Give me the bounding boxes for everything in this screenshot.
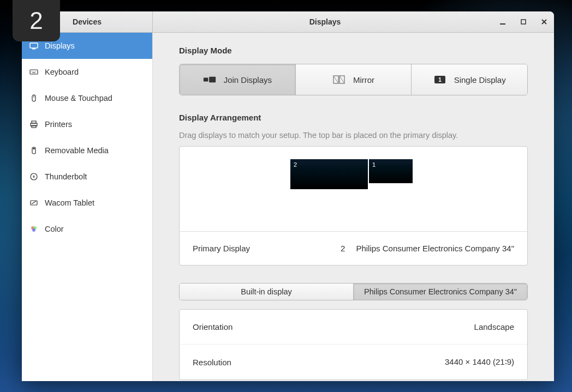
arrangement-title: Display Arrangement: [179, 113, 528, 122]
color-icon: [29, 225, 38, 233]
sidebar-item-label: Thunderbolt: [45, 172, 87, 181]
sidebar-item-removable-media[interactable]: Removable Media: [22, 137, 152, 164]
sidebar-item-color[interactable]: Color: [22, 216, 152, 242]
setting-label: Resolution: [193, 358, 445, 367]
svg-rect-23: [209, 77, 216, 82]
display-settings-list: Orientation Landscape Resolution 3440 × …: [179, 309, 528, 380]
minimize-button[interactable]: [497, 16, 508, 27]
tab-label: Built-in display: [241, 287, 292, 296]
displays-icon: [29, 41, 38, 50]
svg-rect-9: [32, 73, 35, 73]
sidebar-item-label: Color: [45, 225, 64, 233]
sidebar-item-label: Keyboard: [45, 68, 79, 76]
primary-display-row[interactable]: Primary Display 2 Philips Consumer Elect…: [180, 231, 527, 265]
svg-rect-3: [32, 49, 35, 50]
maximize-button[interactable]: [518, 16, 529, 27]
sidebar-item-label: Removable Media: [45, 146, 109, 155]
svg-rect-4: [30, 70, 38, 74]
main-content: Display Mode Join Displays Mirror: [153, 33, 554, 381]
mirror-button[interactable]: Mirror: [296, 64, 412, 95]
orientation-row[interactable]: Orientation Landscape: [180, 310, 527, 345]
join-icon: [203, 74, 216, 85]
sidebar-item-label: Displays: [45, 41, 75, 50]
workspace-number: 2: [29, 7, 43, 34]
svg-point-7: [34, 71, 34, 71]
display-number: 1: [372, 161, 376, 168]
titlebar-back-label: Devices: [73, 17, 102, 26]
sidebar-item-wacom[interactable]: Wacom Tablet: [22, 190, 152, 216]
display-preview-1[interactable]: 1: [369, 159, 413, 183]
primary-display-name: Philips Consumer Electronics Company 34": [356, 244, 514, 253]
svg-rect-0: [500, 23, 505, 25]
settings-window: Devices Displays Displays: [22, 11, 554, 381]
arrangement-canvas[interactable]: 2 1: [180, 147, 527, 231]
display-mode-group: Join Displays Mirror 1 Single Display: [179, 64, 528, 95]
join-displays-button[interactable]: Join Displays: [180, 64, 296, 95]
sidebar-item-label: Wacom Tablet: [45, 198, 94, 207]
tablet-icon: [29, 198, 38, 207]
window-title: Displays: [309, 17, 341, 26]
sidebar-item-keyboard[interactable]: Keyboard: [22, 59, 152, 85]
display-preview-2[interactable]: 2: [290, 159, 368, 189]
close-button[interactable]: [539, 16, 550, 27]
svg-rect-12: [32, 121, 36, 123]
primary-display-number: 2: [341, 244, 345, 253]
window-controls: [497, 11, 554, 32]
mouse-icon: [29, 94, 38, 102]
tab-label: Philips Consumer Electronics Company 34": [364, 287, 517, 296]
svg-point-6: [33, 71, 33, 71]
sidebar-item-label: Mouse & Touchpad: [45, 94, 112, 102]
display-selector-tabs: Built-in display Philips Consumer Electr…: [179, 283, 528, 300]
svg-rect-22: [203, 78, 208, 82]
display-mode-title: Display Mode: [179, 46, 528, 55]
setting-value: Landscape: [474, 322, 514, 331]
workspace-indicator: 2: [13, 0, 60, 41]
toggle-label: Mirror: [353, 75, 374, 85]
svg-point-8: [35, 71, 36, 71]
sidebar: Displays Keyboard Mouse & Touchpad Print…: [22, 33, 153, 381]
svg-point-5: [31, 71, 32, 71]
arrangement-hint: Drag displays to match your setup. The t…: [179, 131, 528, 140]
titlebar: Devices Displays: [22, 11, 554, 33]
tab-philips[interactable]: Philips Consumer Electronics Company 34": [354, 284, 527, 300]
mirror-icon: [332, 74, 345, 85]
setting-label: Orientation: [193, 322, 474, 331]
svg-rect-2: [30, 43, 38, 48]
keyboard-icon: [29, 68, 38, 76]
svg-rect-16: [33, 148, 35, 149]
toggle-label: Join Displays: [224, 75, 272, 85]
single-icon: 1: [433, 74, 446, 85]
titlebar-title-area: Displays: [153, 11, 497, 32]
svg-point-21: [32, 228, 35, 232]
single-display-button[interactable]: 1 Single Display: [412, 64, 527, 95]
display-number: 2: [294, 161, 297, 168]
svg-rect-1: [521, 20, 526, 24]
svg-text:1: 1: [438, 77, 442, 83]
arrangement-box: 2 1 Primary Display 2 Philips Consumer E…: [179, 146, 528, 266]
sidebar-item-label: Printers: [45, 120, 72, 129]
primary-display-label: Primary Display: [193, 244, 341, 253]
sidebar-item-mouse[interactable]: Mouse & Touchpad: [22, 85, 152, 111]
setting-value: 3440 × 1440 (21∶9): [445, 357, 514, 367]
tab-built-in[interactable]: Built-in display: [180, 284, 354, 300]
sidebar-item-printers[interactable]: Printers: [22, 111, 152, 137]
sidebar-item-thunderbolt[interactable]: Thunderbolt: [22, 164, 152, 190]
printer-icon: [29, 120, 38, 129]
toggle-label: Single Display: [454, 75, 506, 85]
thunderbolt-icon: [29, 172, 38, 181]
media-icon: [29, 146, 38, 155]
resolution-row[interactable]: Resolution 3440 × 1440 (21∶9): [180, 345, 527, 379]
